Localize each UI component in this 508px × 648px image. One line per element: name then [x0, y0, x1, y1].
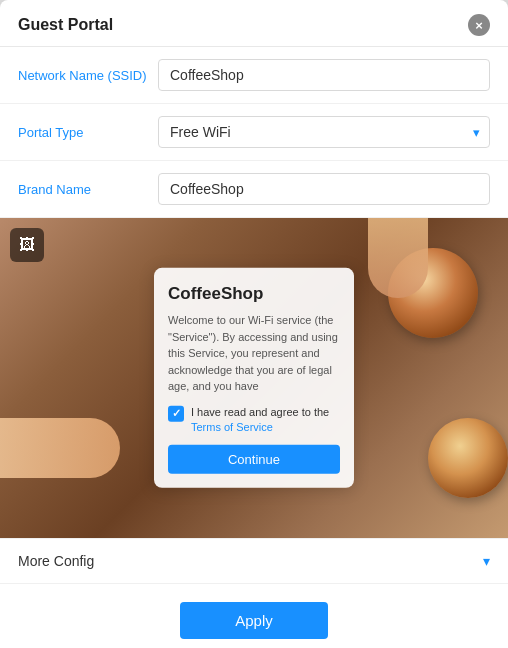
portal-type-label: Portal Type	[18, 125, 158, 140]
portal-terms-text: I have read and agree to the Terms of Se…	[191, 404, 340, 435]
image-icon-badge: 🖼	[10, 228, 44, 262]
terms-of-service-link[interactable]: Terms of Service	[191, 421, 273, 433]
portal-description: Welcome to our Wi-Fi service (the "Servi…	[168, 312, 340, 395]
checkbox-check-icon: ✓	[172, 407, 181, 420]
brand-name-row: Brand Name	[0, 161, 508, 218]
hand-left	[0, 418, 120, 478]
portal-card: CoffeeShop Welcome to our Wi-Fi service …	[154, 268, 354, 488]
guest-portal-modal: Guest Portal × Network Name (SSID) Porta…	[0, 0, 508, 648]
terms-checkbox[interactable]: ✓	[168, 405, 184, 421]
network-name-label: Network Name (SSID)	[18, 68, 158, 83]
portal-type-select[interactable]: Free WiFi Social Login Voucher	[158, 116, 490, 148]
more-config-arrow-icon: ▾	[483, 553, 490, 569]
hand-top	[368, 218, 428, 298]
network-name-input[interactable]	[158, 59, 490, 91]
modal-header: Guest Portal ×	[0, 0, 508, 47]
close-button[interactable]: ×	[468, 14, 490, 36]
portal-terms-row: ✓ I have read and agree to the Terms of …	[168, 404, 340, 435]
preview-area: 🖼 CoffeeShop Welcome to our Wi-Fi servic…	[0, 218, 508, 538]
coffee-cup-2	[428, 418, 508, 498]
portal-type-select-wrap: Free WiFi Social Login Voucher ▾	[158, 116, 490, 148]
network-name-row: Network Name (SSID)	[0, 47, 508, 104]
brand-name-input[interactable]	[158, 173, 490, 205]
apply-button[interactable]: Apply	[180, 602, 328, 639]
continue-button[interactable]: Continue	[168, 445, 340, 474]
more-config-label: More Config	[18, 553, 94, 569]
image-icon: 🖼	[19, 236, 35, 254]
brand-name-label: Brand Name	[18, 182, 158, 197]
more-config-row[interactable]: More Config ▾	[0, 538, 508, 584]
apply-section: Apply	[0, 584, 508, 648]
portal-type-row: Portal Type Free WiFi Social Login Vouch…	[0, 104, 508, 161]
modal-title: Guest Portal	[18, 16, 113, 34]
portal-brand-name: CoffeeShop	[168, 284, 340, 304]
